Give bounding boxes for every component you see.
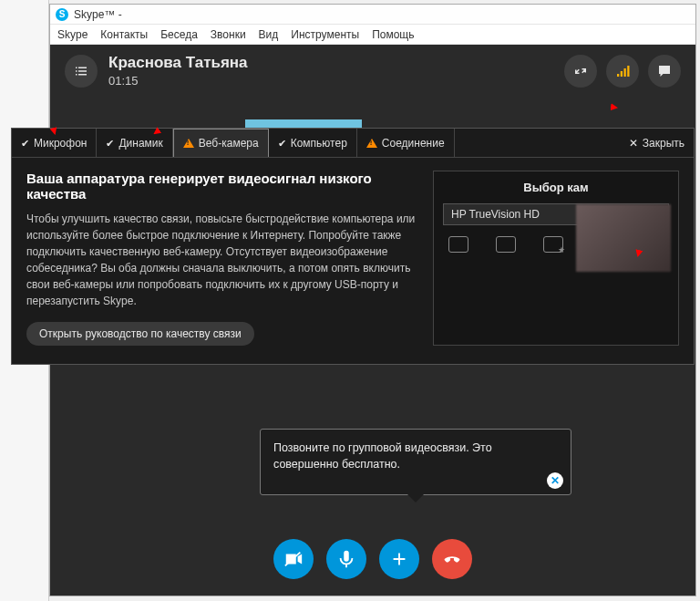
open-quality-guide-button[interactable]: Открыть руководство по качеству связи bbox=[26, 322, 254, 346]
call-controls bbox=[50, 539, 695, 579]
group-call-tooltip: Позвоните по групповой видеосвязи. Это с… bbox=[260, 429, 571, 495]
tab-speaker-label: Динамик bbox=[118, 137, 162, 150]
diag-title: Ваша аппаратура генерирует видеосигнал н… bbox=[26, 171, 418, 202]
warning-icon bbox=[366, 139, 377, 148]
call-duration: 01:15 bbox=[108, 74, 553, 88]
check-icon bbox=[21, 137, 29, 150]
toggle-mic-button[interactable] bbox=[326, 539, 366, 579]
contact-info: Краснова Татьяна 01:15 bbox=[108, 54, 553, 88]
tab-connection[interactable]: Соединение bbox=[357, 129, 455, 157]
tab-microphone-label: Микрофон bbox=[34, 137, 87, 150]
toggle-video-button[interactable] bbox=[273, 539, 314, 579]
check-icon bbox=[106, 137, 114, 150]
call-header: Краснова Татьяна 01:15 bbox=[50, 45, 695, 97]
camera-mode-icon-1[interactable] bbox=[448, 236, 468, 253]
tab-microphone[interactable]: Микрофон bbox=[12, 129, 97, 157]
tab-webcam-label: Веб-камера bbox=[199, 137, 259, 150]
menu-calls[interactable]: Звонки bbox=[211, 28, 246, 41]
tab-speaker[interactable]: Динамик bbox=[97, 129, 172, 157]
menu-help[interactable]: Помощь bbox=[372, 28, 414, 41]
call-quality-button[interactable] bbox=[606, 55, 639, 88]
diag-text: Чтобы улучшить качество связи, повысьте … bbox=[26, 211, 418, 309]
tab-webcam[interactable]: Веб-камера bbox=[173, 129, 269, 157]
camera-mode-icon-3[interactable] bbox=[543, 236, 563, 253]
tooltip-close-button[interactable]: ✕ bbox=[547, 472, 563, 489]
tab-connection-label: Соединение bbox=[382, 137, 445, 150]
menu-contacts[interactable]: Контакты bbox=[100, 28, 148, 41]
hangup-button[interactable] bbox=[432, 539, 472, 579]
list-toggle-button[interactable] bbox=[65, 55, 98, 88]
camera-preview bbox=[576, 204, 671, 272]
menu-conversation[interactable]: Беседа bbox=[160, 28, 198, 41]
camera-select-title: Выбор кам bbox=[443, 181, 669, 194]
title-text: Skype™ - bbox=[74, 8, 122, 21]
call-quality-panel: Микрофон Динамик Веб-камера Компьютер Со… bbox=[11, 128, 695, 365]
menu-skype[interactable]: Skype bbox=[57, 28, 88, 41]
close-icon bbox=[629, 137, 638, 150]
contact-name: Краснова Татьяна bbox=[108, 54, 553, 72]
warning-icon bbox=[183, 139, 194, 148]
menubar: Skype Контакты Беседа Звонки Вид Инструм… bbox=[50, 25, 695, 45]
add-participant-button[interactable] bbox=[379, 539, 419, 579]
diag-tabs: Микрофон Динамик Веб-камера Компьютер Со… bbox=[12, 129, 694, 158]
diag-close-button[interactable]: Закрыть bbox=[620, 129, 694, 157]
check-icon bbox=[278, 137, 286, 150]
tooltip-text: Позвоните по групповой видеосвязи. Это с… bbox=[273, 441, 492, 471]
fullscreen-button[interactable] bbox=[564, 55, 597, 88]
menu-view[interactable]: Вид bbox=[259, 28, 279, 41]
tab-computer-label: Компьютер bbox=[291, 137, 347, 150]
camera-mode-icon-2[interactable] bbox=[496, 236, 516, 253]
menu-tools[interactable]: Инструменты bbox=[291, 28, 359, 41]
camera-panel: Выбор кам HP TrueVision HD bbox=[433, 171, 679, 346]
tab-computer[interactable]: Компьютер bbox=[269, 129, 357, 157]
titlebar: S Skype™ - bbox=[50, 5, 695, 25]
skype-logo-icon: S bbox=[56, 8, 68, 21]
diag-close-label: Закрыть bbox=[643, 137, 685, 150]
chat-toggle-button[interactable] bbox=[648, 55, 681, 88]
